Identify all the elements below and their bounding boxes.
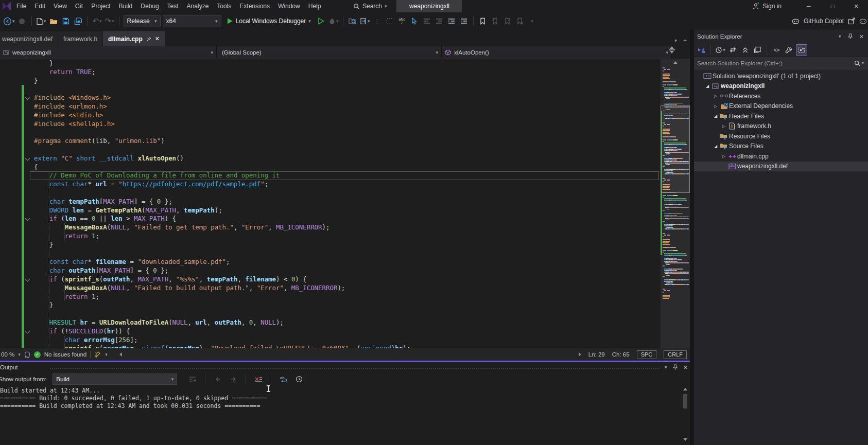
- navbar-project-dropdown[interactable]: weaponizingxll ▾: [0, 46, 217, 59]
- menu-debug[interactable]: Debug: [136, 0, 163, 12]
- menu-git[interactable]: Git: [71, 0, 87, 12]
- tree-item-framework.h[interactable]: ▷hframework.h: [694, 121, 868, 132]
- fold-chevron-icon[interactable]: [25, 328, 30, 333]
- clear-bookmarks-icon[interactable]: [515, 15, 525, 27]
- tree-expander-icon[interactable]: ▷: [721, 124, 727, 129]
- tree-expander-icon[interactable]: ◢: [704, 84, 710, 88]
- float-layout-icon[interactable]: +: [683, 38, 687, 43]
- issues-text[interactable]: No issues found: [44, 351, 86, 358]
- tree-item-source-files[interactable]: ◢Source Files: [694, 141, 868, 152]
- minimap-scroll-up-icon[interactable]: [673, 61, 678, 64]
- menu-file[interactable]: File: [12, 0, 30, 12]
- fold-chevron-icon[interactable]: [25, 276, 30, 281]
- go-to-message-icon[interactable]: [187, 373, 198, 385]
- menu-build[interactable]: Build: [115, 0, 137, 12]
- menu-extensions[interactable]: Extensions: [235, 0, 274, 12]
- panel-menu-chevron-icon[interactable]: ▾: [665, 365, 667, 370]
- fold-chevron-icon[interactable]: [25, 95, 30, 100]
- zoom-level[interactable]: 00 %: [1, 351, 14, 358]
- zoom-chevron-icon[interactable]: ▾: [18, 352, 21, 357]
- code-editor[interactable]: } return TRUE;}#include <Windows.h>#incl…: [0, 59, 690, 348]
- solution-explorer-title-bar[interactable]: Solution Explorer ▾ ✕: [694, 30, 868, 43]
- close-button[interactable]: ✕: [844, 0, 868, 12]
- tree-item-weaponizingxll[interactable]: ◢weaponizingxll: [694, 81, 868, 92]
- search-chevron-icon[interactable]: ▾: [862, 61, 864, 65]
- output-header[interactable]: Output ▾ ✕: [0, 362, 690, 372]
- uncomment-lines-icon[interactable]: [434, 15, 444, 27]
- properties-pages-icon[interactable]: [752, 45, 762, 55]
- save-all-icon[interactable]: [73, 15, 83, 27]
- tree-item-solution-weaponizingxll-1-of-1-project-[interactable]: Solution 'weaponizingxll' (1 of 1 projec…: [694, 71, 868, 81]
- pending-changes-filter-icon[interactable]: ▾: [715, 45, 725, 55]
- fold-chevron-icon[interactable]: [25, 155, 30, 161]
- scroll-thumb[interactable]: [683, 394, 687, 408]
- pin-tab-icon[interactable]: [146, 37, 151, 42]
- tab-dllmain.cpp[interactable]: dllmain.cpp✕: [103, 31, 165, 46]
- scroll-down-icon[interactable]: [683, 438, 687, 441]
- sign-in-button[interactable]: Sign in: [752, 3, 782, 10]
- output-source-dropdown[interactable]: Build ▾: [53, 373, 177, 385]
- minimap[interactable]: [661, 59, 690, 348]
- scroll-up-icon[interactable]: [683, 388, 687, 390]
- open-external-icon[interactable]: [848, 17, 855, 25]
- github-copilot-icon[interactable]: [792, 17, 800, 25]
- configuration-dropdown[interactable]: Release▾: [124, 15, 161, 27]
- new-project-icon[interactable]: ▾: [36, 15, 46, 27]
- panel-menu-chevron-icon[interactable]: ▾: [839, 34, 841, 39]
- indent-lines-icon[interactable]: [446, 15, 457, 27]
- redo-icon[interactable]: ↷▾: [105, 15, 115, 27]
- tab-list-chevron-icon[interactable]: ▾: [674, 38, 677, 43]
- spell-check-icon[interactable]: abc✓: [397, 15, 407, 27]
- platform-dropdown[interactable]: x64▾: [163, 15, 221, 27]
- selection-box-icon[interactable]: [385, 15, 395, 27]
- document-health-icon[interactable]: [24, 351, 30, 358]
- comment-lines-icon[interactable]: [422, 15, 432, 27]
- status-line[interactable]: Ln: 29: [588, 351, 605, 358]
- toggle-timestamp-icon[interactable]: [294, 373, 304, 385]
- tab-framework.h[interactable]: framework.h: [58, 31, 102, 46]
- maximize-button[interactable]: □: [821, 0, 844, 12]
- pointer-tool-icon[interactable]: [409, 15, 420, 27]
- tree-item-resource-files[interactable]: Resource Files: [694, 131, 868, 141]
- split-editor-handle[interactable]: [667, 44, 676, 56]
- tree-item-weaponizingxll.def[interactable]: weaponizingxll.def: [694, 162, 868, 172]
- tree-item-references[interactable]: ▷References: [694, 91, 868, 101]
- code-cleanup-icon[interactable]: [94, 351, 101, 358]
- navigate-backward-icon[interactable]: ▾: [3, 15, 15, 27]
- panel-close-icon[interactable]: ✕: [683, 364, 688, 371]
- solution-name-badge[interactable]: weaponizingxll: [396, 0, 462, 12]
- find-in-files-icon[interactable]: [348, 15, 358, 27]
- navigate-forward-icon[interactable]: [17, 15, 27, 27]
- prev-message-icon[interactable]: [213, 373, 223, 385]
- sync-with-document-icon[interactable]: ▾: [360, 15, 370, 27]
- menu-tools[interactable]: Tools: [213, 0, 235, 12]
- sync-with-active-document-icon[interactable]: [727, 45, 738, 55]
- word-wrap-icon[interactable]: ab: [279, 373, 289, 385]
- panel-close-icon[interactable]: ✕: [859, 33, 864, 40]
- panel-drag-grip[interactable]: [49, 366, 660, 369]
- code-text-area[interactable]: } return TRUE;}#include <Windows.h>#incl…: [0, 59, 661, 348]
- copilot-badge-icon[interactable]: [859, 17, 867, 25]
- tree-item-dllmain.cpp[interactable]: ▷dllmain.cpp: [694, 151, 868, 162]
- solution-explorer-search[interactable]: Search Solution Explorer (Ctrl+;) ▾: [694, 57, 868, 69]
- toolbar-overflow-icon[interactable]: ⋮: [372, 15, 383, 27]
- hscroll-left-icon[interactable]: [119, 352, 122, 357]
- open-file-icon[interactable]: [48, 15, 59, 27]
- copilot-label[interactable]: GitHub Copilot: [804, 17, 844, 25]
- tree-item-external-dependencies[interactable]: ▷External Dependencies: [694, 101, 868, 112]
- prev-bookmark-icon[interactable]: [490, 15, 500, 27]
- bookmark-overflow-icon[interactable]: ▾: [527, 15, 537, 27]
- tree-expander-icon[interactable]: ◢: [713, 114, 719, 118]
- tree-expander-icon[interactable]: ▷: [713, 94, 719, 98]
- collapse-all-icon[interactable]: [740, 45, 750, 55]
- minimap-viewport[interactable]: [661, 105, 690, 193]
- tree-expander-icon[interactable]: ◢: [713, 144, 719, 149]
- tree-item-header-files[interactable]: ◢Header Files: [694, 111, 868, 121]
- status-column[interactable]: Ch: 65: [612, 351, 630, 358]
- hot-reload-icon[interactable]: ▾: [328, 15, 339, 27]
- title-search[interactable]: Search ▾: [353, 0, 387, 12]
- navbar-member-dropdown[interactable]: xlAutoOpen() ▾: [442, 46, 672, 59]
- menu-edit[interactable]: Edit: [30, 0, 49, 12]
- clear-all-icon[interactable]: [253, 373, 264, 385]
- next-message-icon[interactable]: [228, 373, 238, 385]
